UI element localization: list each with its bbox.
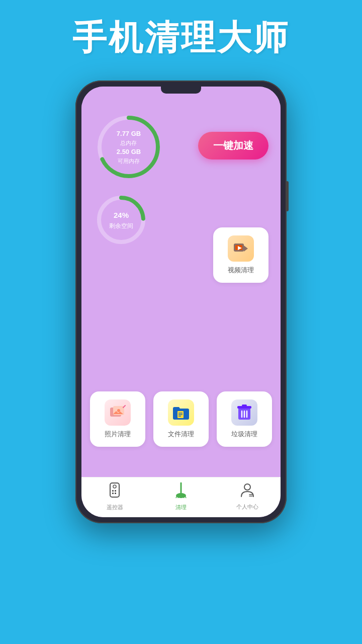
nav-item-profile[interactable]: 个人中心: [214, 482, 281, 511]
phone-side-button: [286, 181, 289, 211]
svg-line-34: [184, 497, 184, 498]
nav-label-remote: 遥控器: [107, 504, 123, 511]
phone-screen: 7.77 GB 总内存 2.50 GB 可用内存: [81, 87, 281, 517]
memory-circle-text: 7.77 GB 总内存 2.50 GB 可用内存: [117, 129, 141, 165]
circles-column: 7.77 GB 总内存 2.50 GB 可用内存: [94, 112, 164, 248]
remote-icon: [109, 482, 121, 502]
photo-card-label: 照片清理: [105, 430, 131, 439]
svg-point-10: [117, 409, 120, 412]
svg-rect-19: [242, 405, 247, 407]
video-card-label: 视频清理: [228, 266, 254, 275]
svg-point-24: [113, 485, 116, 488]
video-feature-card[interactable]: 视频清理: [213, 227, 268, 283]
svg-point-36: [244, 484, 250, 490]
file-card-icon: [168, 399, 194, 426]
svg-rect-27: [112, 493, 114, 494]
phone-outer: 7.77 GB 总内存 2.50 GB 可用内存: [75, 80, 287, 523]
clean-icon: [174, 482, 188, 502]
video-card-icon: [228, 235, 254, 262]
nav-label-clean: 清理: [175, 504, 187, 511]
memory-circle: 7.77 GB 总内存 2.50 GB 可用内存: [94, 112, 164, 182]
video-card-wrapper: 视频清理: [213, 227, 268, 283]
total-memory-label: 总内存: [117, 139, 141, 147]
app-title: 手机清理大师: [0, 0, 362, 61]
svg-rect-26: [115, 490, 116, 492]
svg-marker-5: [244, 246, 248, 252]
boost-button[interactable]: 一键加速: [198, 132, 268, 159]
svg-line-12: [123, 406, 125, 408]
storage-percent-value: 24%: [109, 210, 133, 221]
phone-mockup: 7.77 GB 总内存 2.50 GB 可用内存: [75, 80, 287, 523]
storage-circle-text: 24% 剩余空间: [109, 210, 133, 230]
svg-rect-28: [115, 493, 116, 494]
nav-item-remote[interactable]: 遥控器: [81, 482, 148, 511]
storage-circle: 24% 剩余空间: [94, 192, 149, 248]
total-memory-value: 7.77 GB: [117, 129, 141, 139]
file-feature-card[interactable]: 文件清理: [153, 391, 209, 447]
bottom-nav: 遥控器: [81, 477, 281, 517]
nav-label-profile: 个人中心: [236, 503, 258, 511]
svg-rect-25: [112, 490, 114, 492]
trash-card-label: 垃圾清理: [231, 430, 257, 439]
photo-card-icon: [105, 399, 131, 426]
svg-line-32: [178, 497, 178, 498]
storage-desc-label: 剩余空间: [109, 221, 133, 230]
photo-feature-card[interactable]: 照片清理: [90, 391, 145, 447]
nav-item-clean[interactable]: 清理: [148, 482, 214, 511]
file-card-label: 文件清理: [168, 430, 194, 439]
profile-icon: [240, 482, 254, 501]
trash-card-icon: [231, 399, 257, 426]
feature-cards-section: 照片清理: [86, 391, 276, 447]
available-memory-label: 可用内存: [117, 157, 141, 166]
screen-content: 7.77 GB 总内存 2.50 GB 可用内存: [81, 87, 281, 477]
trash-feature-card[interactable]: 垃圾清理: [217, 391, 272, 447]
available-memory-value: 2.50 GB: [117, 147, 141, 157]
phone-notch: [161, 87, 201, 94]
